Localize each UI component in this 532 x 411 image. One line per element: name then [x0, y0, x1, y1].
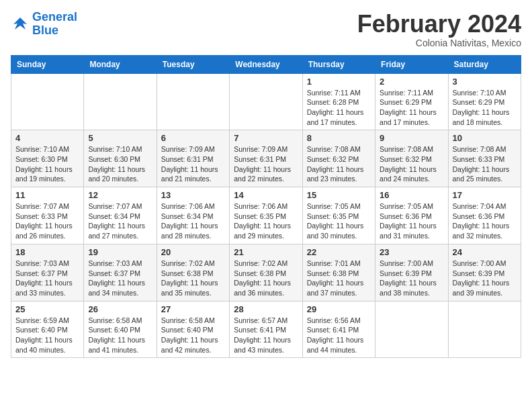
calendar-cell: 13Sunrise: 7:06 AM Sunset: 6:34 PM Dayli… — [157, 187, 229, 244]
logo-icon — [11, 15, 30, 34]
calendar-cell: 5Sunrise: 7:10 AM Sunset: 6:30 PM Daylig… — [84, 130, 157, 187]
calendar-cell: 1Sunrise: 7:11 AM Sunset: 6:28 PM Daylig… — [302, 73, 375, 130]
day-info: Sunrise: 7:11 AM Sunset: 6:29 PM Dayligh… — [380, 88, 443, 128]
weekday-header: Sunday — [11, 55, 84, 73]
calendar-cell: 7Sunrise: 7:09 AM Sunset: 6:31 PM Daylig… — [230, 130, 302, 187]
day-info: Sunrise: 6:58 AM Sunset: 6:40 PM Dayligh… — [88, 316, 152, 355]
day-number: 23 — [380, 247, 443, 257]
day-info: Sunrise: 7:02 AM Sunset: 6:38 PM Dayligh… — [161, 259, 225, 298]
calendar-table: SundayMondayTuesdayWednesdayThursdayFrid… — [11, 55, 521, 359]
weekday-header: Monday — [84, 55, 157, 73]
day-number: 22 — [307, 247, 371, 257]
day-number: 7 — [234, 133, 298, 143]
weekday-header: Saturday — [448, 55, 521, 73]
day-info: Sunrise: 7:11 AM Sunset: 6:28 PM Dayligh… — [307, 88, 371, 128]
weekday-header: Tuesday — [157, 55, 229, 73]
logo: General Blue — [11, 11, 77, 38]
day-number: 27 — [161, 304, 225, 314]
day-number: 18 — [15, 247, 79, 257]
day-info: Sunrise: 7:05 AM Sunset: 6:36 PM Dayligh… — [380, 201, 443, 241]
day-info: Sunrise: 7:00 AM Sunset: 6:39 PM Dayligh… — [453, 259, 517, 298]
calendar-cell: 12Sunrise: 7:07 AM Sunset: 6:34 PM Dayli… — [84, 187, 157, 244]
title-block: February 2024 Colonia Nativitas, Mexico — [357, 11, 521, 48]
calendar-cell — [448, 301, 521, 358]
calendar-cell: 24Sunrise: 7:00 AM Sunset: 6:39 PM Dayli… — [448, 244, 521, 301]
day-info: Sunrise: 6:59 AM Sunset: 6:40 PM Dayligh… — [15, 316, 79, 355]
calendar-cell: 26Sunrise: 6:58 AM Sunset: 6:40 PM Dayli… — [84, 301, 157, 358]
day-number: 10 — [453, 133, 517, 143]
day-info: Sunrise: 7:09 AM Sunset: 6:31 PM Dayligh… — [161, 144, 225, 184]
day-number: 8 — [307, 133, 371, 143]
day-number: 16 — [380, 190, 443, 200]
day-number: 1 — [307, 77, 371, 87]
calendar-cell: 3Sunrise: 7:10 AM Sunset: 6:29 PM Daylig… — [448, 73, 521, 130]
day-info: Sunrise: 7:08 AM Sunset: 6:32 PM Dayligh… — [307, 144, 371, 184]
calendar-header-row: SundayMondayTuesdayWednesdayThursdayFrid… — [11, 55, 521, 73]
calendar-cell: 6Sunrise: 7:09 AM Sunset: 6:31 PM Daylig… — [157, 130, 229, 187]
calendar-cell: 16Sunrise: 7:05 AM Sunset: 6:36 PM Dayli… — [375, 187, 448, 244]
calendar-week-row: 18Sunrise: 7:03 AM Sunset: 6:37 PM Dayli… — [11, 244, 521, 301]
day-info: Sunrise: 7:06 AM Sunset: 6:35 PM Dayligh… — [234, 201, 298, 241]
calendar-cell: 2Sunrise: 7:11 AM Sunset: 6:29 PM Daylig… — [375, 73, 448, 130]
calendar-week-row: 1Sunrise: 7:11 AM Sunset: 6:28 PM Daylig… — [11, 73, 521, 130]
day-info: Sunrise: 6:56 AM Sunset: 6:41 PM Dayligh… — [307, 316, 371, 355]
calendar-cell: 19Sunrise: 7:03 AM Sunset: 6:37 PM Dayli… — [84, 244, 157, 301]
day-number: 19 — [88, 247, 152, 257]
calendar-week-row: 25Sunrise: 6:59 AM Sunset: 6:40 PM Dayli… — [11, 301, 521, 358]
day-info: Sunrise: 7:03 AM Sunset: 6:37 PM Dayligh… — [15, 259, 79, 298]
day-number: 4 — [15, 133, 79, 143]
svg-marker-0 — [13, 17, 27, 30]
day-info: Sunrise: 7:06 AM Sunset: 6:34 PM Dayligh… — [161, 201, 225, 241]
day-info: Sunrise: 6:57 AM Sunset: 6:41 PM Dayligh… — [234, 316, 298, 355]
calendar-cell: 10Sunrise: 7:08 AM Sunset: 6:33 PM Dayli… — [448, 130, 521, 187]
page-header: General Blue February 2024 Colonia Nativ… — [11, 11, 521, 48]
day-number: 29 — [307, 304, 371, 314]
day-info: Sunrise: 7:10 AM Sunset: 6:30 PM Dayligh… — [88, 144, 152, 184]
calendar-cell — [84, 73, 157, 130]
month-title: February 2024 — [357, 11, 521, 38]
calendar-week-row: 11Sunrise: 7:07 AM Sunset: 6:33 PM Dayli… — [11, 187, 521, 244]
calendar-cell: 22Sunrise: 7:01 AM Sunset: 6:38 PM Dayli… — [302, 244, 375, 301]
calendar-cell — [230, 73, 302, 130]
day-number: 9 — [380, 133, 443, 143]
day-number: 2 — [380, 77, 443, 87]
calendar-cell: 4Sunrise: 7:10 AM Sunset: 6:30 PM Daylig… — [11, 130, 84, 187]
day-info: Sunrise: 7:08 AM Sunset: 6:33 PM Dayligh… — [453, 144, 517, 184]
day-number: 14 — [234, 190, 298, 200]
calendar-cell: 15Sunrise: 7:05 AM Sunset: 6:35 PM Dayli… — [302, 187, 375, 244]
day-info: Sunrise: 7:09 AM Sunset: 6:31 PM Dayligh… — [234, 144, 298, 184]
calendar-cell — [11, 73, 84, 130]
day-info: Sunrise: 7:05 AM Sunset: 6:35 PM Dayligh… — [307, 201, 371, 241]
weekday-header: Thursday — [302, 55, 375, 73]
calendar-cell — [157, 73, 229, 130]
day-number: 24 — [453, 247, 517, 257]
day-info: Sunrise: 6:58 AM Sunset: 6:40 PM Dayligh… — [161, 316, 225, 355]
day-number: 28 — [234, 304, 298, 314]
day-info: Sunrise: 7:10 AM Sunset: 6:29 PM Dayligh… — [453, 88, 517, 128]
calendar-cell: 21Sunrise: 7:02 AM Sunset: 6:38 PM Dayli… — [230, 244, 302, 301]
day-info: Sunrise: 7:03 AM Sunset: 6:37 PM Dayligh… — [88, 259, 152, 298]
logo-text: General Blue — [32, 11, 77, 38]
day-number: 15 — [307, 190, 371, 200]
day-info: Sunrise: 7:01 AM Sunset: 6:38 PM Dayligh… — [307, 259, 371, 298]
day-number: 25 — [15, 304, 79, 314]
day-number: 21 — [234, 247, 298, 257]
day-info: Sunrise: 7:07 AM Sunset: 6:34 PM Dayligh… — [88, 201, 152, 241]
location-subtitle: Colonia Nativitas, Mexico — [357, 38, 521, 48]
calendar-cell: 27Sunrise: 6:58 AM Sunset: 6:40 PM Dayli… — [157, 301, 229, 358]
calendar-cell: 11Sunrise: 7:07 AM Sunset: 6:33 PM Dayli… — [11, 187, 84, 244]
day-info: Sunrise: 7:00 AM Sunset: 6:39 PM Dayligh… — [380, 259, 443, 298]
day-number: 6 — [161, 133, 225, 143]
day-info: Sunrise: 7:02 AM Sunset: 6:38 PM Dayligh… — [234, 259, 298, 298]
day-info: Sunrise: 7:07 AM Sunset: 6:33 PM Dayligh… — [15, 201, 79, 241]
day-info: Sunrise: 7:10 AM Sunset: 6:30 PM Dayligh… — [15, 144, 79, 184]
calendar-cell: 25Sunrise: 6:59 AM Sunset: 6:40 PM Dayli… — [11, 301, 84, 358]
calendar-cell: 23Sunrise: 7:00 AM Sunset: 6:39 PM Dayli… — [375, 244, 448, 301]
day-info: Sunrise: 7:08 AM Sunset: 6:32 PM Dayligh… — [380, 144, 443, 184]
calendar-cell: 9Sunrise: 7:08 AM Sunset: 6:32 PM Daylig… — [375, 130, 448, 187]
calendar-cell — [375, 301, 448, 358]
calendar-cell: 28Sunrise: 6:57 AM Sunset: 6:41 PM Dayli… — [230, 301, 302, 358]
day-number: 26 — [88, 304, 152, 314]
calendar-cell: 17Sunrise: 7:04 AM Sunset: 6:36 PM Dayli… — [448, 187, 521, 244]
day-info: Sunrise: 7:04 AM Sunset: 6:36 PM Dayligh… — [453, 201, 517, 241]
